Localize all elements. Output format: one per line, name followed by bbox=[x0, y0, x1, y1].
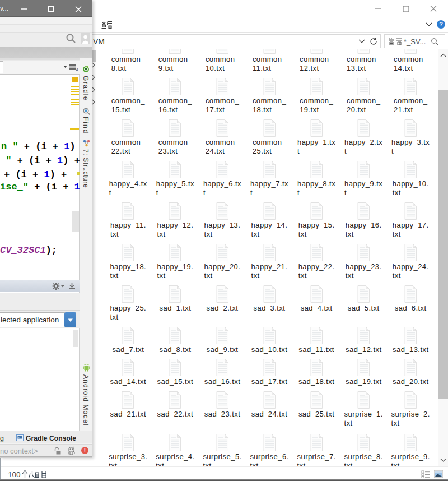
svg-text:100: 100 bbox=[8, 470, 21, 479]
svg-text:3: 3 bbox=[76, 67, 78, 71]
svg-text:*_SV...: *_SV... bbox=[404, 38, 426, 46]
